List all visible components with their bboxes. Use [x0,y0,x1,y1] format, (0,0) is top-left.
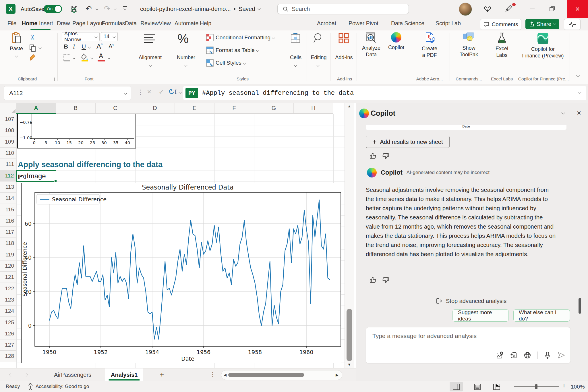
ribbon-tab-insert[interactable]: Insert [39,20,53,27]
row-header-120[interactable]: 120 [0,260,16,272]
row-header-121[interactable]: 121 [0,272,16,283]
ribbon-tab-review[interactable]: Review [140,20,159,27]
underline-chevron-icon[interactable] [88,46,91,49]
cancel-icon[interactable]: × [147,87,151,96]
thumbs-up-icon[interactable] [369,152,377,160]
filename-area[interactable]: copilot-python-excel-arima-demo... • Sav… [140,5,260,12]
thumbs-down-icon[interactable] [382,276,389,284]
quick-access-chevron-icon[interactable] [123,7,126,10]
ribbon-tab-help[interactable]: Help [200,20,211,27]
copilot-finance-button[interactable]: Copilot for Finance (Preview) [519,32,567,59]
cells-chevron-icon[interactable] [294,64,297,67]
name-box[interactable]: A112 [4,86,131,100]
italic-button[interactable]: I [73,43,75,50]
font-color-button[interactable]: A [99,52,103,60]
column-header-a[interactable]: A [16,103,56,114]
row-header-126[interactable]: 126 [0,328,16,339]
fill-color-chevron-icon[interactable] [90,57,93,59]
column-header-g[interactable]: G [254,103,294,114]
addins-button[interactable]: Add-ins [332,55,355,61]
ribbon-tab-formulas[interactable]: Formulas [102,20,125,27]
save-icon[interactable] [70,5,78,13]
editing-chevron-icon[interactable] [317,64,320,67]
zoom-out-button[interactable]: − [506,382,510,390]
feedback-pen-icon[interactable] [504,4,513,13]
ribbon-tab-acrobat[interactable]: Acrobat [317,20,336,27]
copilot-close-icon[interactable]: × [577,109,581,117]
ribbon-tab-automate[interactable]: Automate [175,20,198,27]
row-header-114[interactable]: 114 [0,193,16,204]
number-button[interactable]: Number [170,55,202,61]
mic-icon[interactable] [544,352,551,359]
ribbon-tab-home[interactable]: Home [22,20,37,27]
ribbon-tab-page-layout[interactable]: Page Layout [72,20,104,27]
copilot-message-input[interactable]: Type a message for advanced analysis [366,327,571,363]
row-header-118[interactable]: 118 [0,238,16,249]
excel-labs-button[interactable]: Excel Labs [490,32,514,59]
insert-python-icon[interactable]: [ ] [169,88,179,96]
grow-font-button[interactable]: A^ [96,43,103,51]
row-header-116[interactable]: 116 [0,215,16,227]
zoom-in-button[interactable]: + [562,382,566,390]
paste-button[interactable]: Paste [7,32,25,59]
font-dialog-launcher[interactable] [126,78,129,81]
row-header-123[interactable]: 123 [0,294,16,306]
font-color-chevron-icon[interactable] [108,57,111,59]
redo-dropdown-icon[interactable] [114,7,117,10]
thumbs-up-icon[interactable] [369,276,377,284]
format-as-table-button[interactable]: Format as Table [206,47,259,54]
excel-logo-icon[interactable]: X [6,4,16,14]
share-button[interactable]: Share [525,19,559,29]
row-header-108[interactable]: 108 [0,125,16,136]
column-header-b[interactable]: B [56,103,96,114]
suggestion-pill[interactable]: Suggest more ideas [452,309,509,322]
globe-icon[interactable] [524,352,531,359]
premium-diamond-icon[interactable] [483,5,492,13]
copy-icon[interactable] [29,44,36,52]
show-toolpak-button[interactable]: Show ToolPak [453,32,485,58]
ribbon-tab-view[interactable]: View [159,20,171,27]
copilot-collapse-icon[interactable] [561,111,565,115]
next-sheet-icon[interactable] [24,373,28,377]
row-header-115[interactable]: 115 [0,204,16,215]
scroll-down-icon[interactable]: ▼ [347,362,351,367]
accessibility-status[interactable]: Accessibility: Good to go [36,384,89,389]
stop-advanced-analysis-button[interactable]: Stop advanced analysis [436,298,506,304]
row-header-125[interactable]: 125 [0,317,16,328]
collapse-ribbon-icon[interactable] [576,74,580,77]
row-header-119[interactable]: 119 [0,249,16,260]
copilot-ribbon-button[interactable]: Copilot [385,32,408,51]
vertical-scroll-thumb[interactable] [347,309,352,361]
ribbon-tab-power-pivot[interactable]: Power Pivot [349,20,378,27]
formula-input[interactable]: PY #Apply seasonal differencing to the d… [183,86,586,100]
minimize-button[interactable] [530,9,535,9]
restore-button[interactable] [550,6,555,11]
font-size-select[interactable]: 14 [101,32,118,41]
sheet-tab-airpassengers[interactable]: AirPassengers [48,368,97,381]
column-header-h[interactable]: H [294,103,333,114]
create-pdf-button[interactable]: Create a PDF [413,32,446,59]
close-button[interactable]: × [567,0,588,18]
row-header-109[interactable]: 109 [0,136,16,148]
add-sheet-button[interactable]: + [160,370,164,379]
avatar[interactable] [459,3,472,16]
row-header-117[interactable]: 117 [0,227,16,238]
selected-cell-a112[interactable]: [PY] Image [16,170,56,182]
ribbon-tab-draw[interactable]: Draw [57,20,70,27]
horizontal-scrollbar[interactable]: ◀ ▶ [221,370,342,380]
select-all-corner[interactable] [0,103,17,114]
clipboard-dialog-launcher[interactable] [51,78,55,81]
page-layout-view-button[interactable] [471,382,484,391]
row-header-127[interactable]: 127 [0,339,16,351]
conditional-formatting-button[interactable]: Conditional Formatting [206,34,274,41]
prev-sheet-icon[interactable] [9,373,13,377]
search-input[interactable]: Search [277,4,409,14]
bold-button[interactable]: B [64,43,68,50]
row-header-110[interactable]: 110 [0,148,16,159]
enter-check-icon[interactable]: ✓ [158,88,164,96]
comments-button[interactable]: Comments [480,19,521,30]
horizontal-scroll-thumb[interactable] [228,373,304,377]
vertical-scrollbar[interactable]: ▲ ▼ [345,103,354,368]
zoom-level[interactable]: 100% [571,384,585,390]
row-header-113[interactable]: 113 [0,181,16,193]
